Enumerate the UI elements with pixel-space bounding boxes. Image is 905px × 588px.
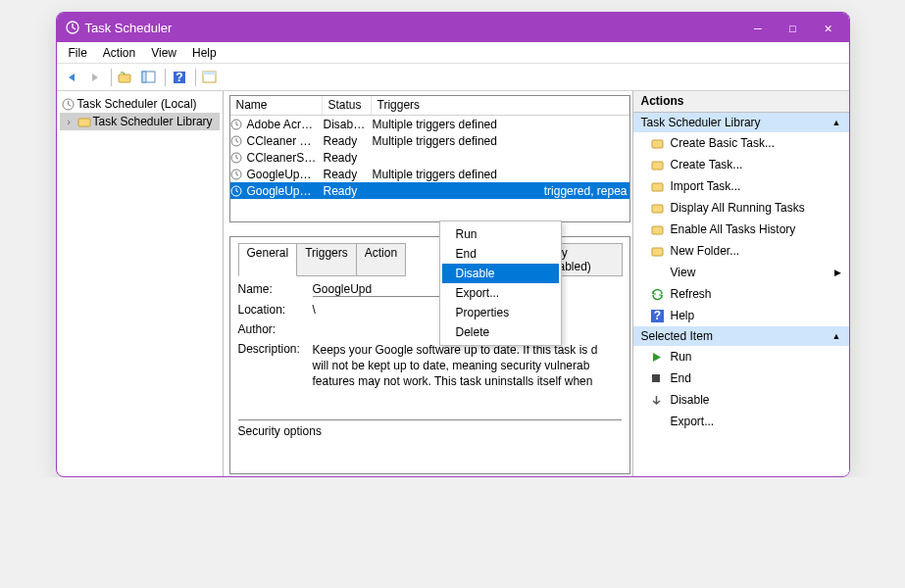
context-item[interactable]: Delete [442, 322, 559, 342]
action-label: Run [671, 350, 692, 364]
svg-rect-18 [652, 205, 663, 213]
action-label: Enable All Tasks History [671, 222, 796, 236]
col-name[interactable]: Name [230, 96, 323, 115]
action-icon [651, 395, 671, 406]
section-library-label: Task Scheduler Library [641, 116, 761, 129]
col-triggers[interactable]: Triggers [372, 96, 629, 115]
svg-text:?: ? [176, 71, 182, 84]
action-item[interactable]: End [633, 368, 849, 389]
clock-icon [230, 185, 244, 197]
task-row[interactable]: Adobe Acro... Disabled Multiple triggers… [230, 116, 629, 132]
svg-rect-9 [78, 119, 90, 126]
task-name: CCleaner Up... [244, 134, 321, 148]
task-row[interactable]: CCleaner Up... Ready Multiple triggers d… [230, 132, 629, 149]
menu-action[interactable]: Action [95, 44, 143, 62]
action-item[interactable]: Run [633, 346, 849, 368]
forward-button[interactable] [84, 67, 106, 88]
svg-rect-19 [652, 226, 663, 234]
task-row[interactable]: GoogleUpda... Ready Multiple triggers de… [230, 166, 629, 182]
action-label: Display All Running Tasks [671, 201, 805, 215]
task-triggers: Multiple triggers defined [370, 134, 629, 148]
clock-icon [230, 119, 244, 130]
action-icon [651, 373, 671, 383]
action-item[interactable]: ?Help [633, 305, 849, 326]
tab-general[interactable]: General [238, 243, 298, 276]
task-triggers: Multiple triggers defined [370, 118, 629, 131]
security-options-label: Security options [238, 419, 622, 438]
task-name: GoogleUpda... [244, 168, 321, 181]
maximize-button[interactable]: ☐ [789, 21, 797, 35]
action-item[interactable]: Create Task... [633, 154, 849, 175]
action-icon [651, 137, 671, 149]
collapse-icon: ▲ [832, 331, 841, 341]
task-triggers: Multiple triggers defined [370, 168, 629, 181]
action-label: Disable [671, 393, 710, 407]
action-item[interactable]: Export... [633, 411, 849, 432]
actions-header: Actions [633, 91, 849, 113]
context-item[interactable]: Disable [442, 264, 559, 283]
folder-up-icon[interactable] [115, 67, 136, 88]
task-row[interactable]: CCleanerSki... Ready [230, 149, 629, 166]
close-button[interactable]: ✕ [825, 21, 832, 35]
action-icon [651, 180, 671, 192]
details-tabs: General Triggers Action istory (disabled… [238, 243, 622, 276]
svg-text:?: ? [653, 310, 660, 322]
properties-icon[interactable] [199, 67, 221, 88]
section-library[interactable]: Task Scheduler Library ▲ [633, 113, 849, 132]
menu-help[interactable]: Help [184, 44, 225, 62]
toolbar-separator [111, 69, 112, 86]
task-name: Adobe Acro... [244, 118, 321, 131]
menu-file[interactable]: File [61, 44, 95, 62]
tree-child-label: Task Scheduler Library [93, 115, 213, 128]
col-status[interactable]: Status [323, 96, 372, 115]
task-status: Ready [321, 151, 370, 165]
action-item[interactable]: New Folder... [633, 240, 849, 262]
svg-rect-16 [652, 162, 663, 170]
menubar: File Action View Help [57, 42, 849, 64]
folder-icon [77, 116, 93, 127]
action-item[interactable]: Refresh [633, 283, 849, 305]
action-item[interactable]: Enable All Tasks History [633, 219, 849, 240]
action-item[interactable]: Display All Running Tasks [633, 197, 849, 219]
tree-child[interactable]: › Task Scheduler Library [60, 113, 220, 130]
back-button[interactable] [61, 67, 82, 88]
action-label: Create Basic Task... [671, 136, 776, 150]
context-item[interactable]: End [442, 244, 559, 264]
chevron-right-icon: ▶ [834, 268, 841, 277]
author-label: Author: [238, 322, 313, 336]
context-item[interactable]: Run [442, 224, 559, 244]
clock-icon [230, 152, 244, 164]
task-status: Ready [321, 184, 370, 198]
context-item[interactable]: Properties [442, 303, 559, 322]
action-item[interactable]: Import Task... [633, 175, 849, 197]
action-icon [651, 245, 671, 257]
action-icon [651, 223, 671, 235]
task-row[interactable]: GoogleUpda... Ready triggered, repea [230, 182, 629, 199]
tab-triggers[interactable]: Triggers [296, 243, 357, 276]
menu-view[interactable]: View [143, 44, 184, 62]
show-hide-pane-icon[interactable] [138, 67, 160, 88]
tab-actions[interactable]: Action [356, 243, 406, 276]
minimize-button[interactable]: — [754, 21, 762, 35]
collapse-icon: ▲ [832, 118, 841, 127]
svg-rect-15 [652, 140, 663, 148]
task-status: Disabled [321, 118, 370, 131]
action-item[interactable]: View▶ [633, 262, 849, 283]
action-label: View [671, 266, 696, 279]
action-item[interactable]: Disable [633, 389, 849, 411]
help-icon[interactable]: ? [169, 67, 190, 88]
task-columns: Name Status Triggers [230, 96, 629, 116]
action-label: Import Task... [671, 179, 741, 193]
actions-pane: Actions Task Scheduler Library ▲ Create … [633, 91, 849, 476]
context-item[interactable]: Export... [442, 283, 559, 303]
svg-rect-17 [652, 183, 663, 191]
tree-root[interactable]: Task Scheduler (Local) [60, 95, 220, 113]
task-status: Ready [321, 134, 370, 148]
svg-rect-23 [652, 374, 660, 382]
action-item[interactable]: Create Basic Task... [633, 132, 849, 154]
task-list: Name Status Triggers Adobe Acro... Disab… [229, 95, 630, 222]
section-selected[interactable]: Selected Item ▲ [633, 326, 849, 346]
action-icon [651, 352, 671, 363]
task-details: General Triggers Action istory (disabled… [229, 236, 630, 474]
task-triggers: triggered, repea [370, 184, 629, 198]
